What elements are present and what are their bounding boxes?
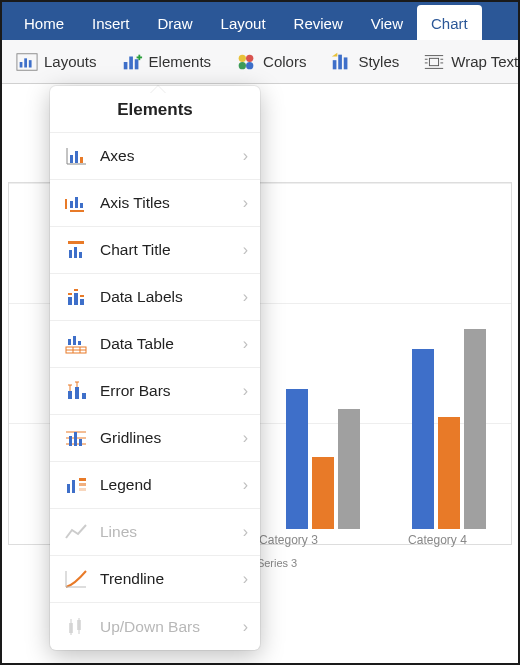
updown-bars-icon [64,617,88,637]
svg-rect-63 [67,484,70,493]
tab-review[interactable]: Review [280,5,357,40]
svg-rect-45 [78,341,81,345]
popover-title: Elements [50,86,260,133]
cluster-3 [278,389,368,529]
svg-rect-62 [79,439,82,446]
item-label: Trendline [100,570,164,588]
chart-toolbar: Layouts Elements Colors Styles Wrap Text [2,40,518,84]
svg-rect-30 [70,201,73,208]
svg-rect-2 [24,58,27,67]
svg-rect-25 [70,155,73,163]
svg-rect-33 [68,241,84,244]
chevron-right-icon: › [243,241,248,259]
elements-item-trendline[interactable]: Trendline › [50,556,260,603]
tab-chart[interactable]: Chart [417,5,482,40]
chevron-right-icon: › [243,382,248,400]
elements-item-axes[interactable]: Axes › [50,133,260,180]
chevron-right-icon: › [243,570,248,588]
wrap-text-button[interactable]: Wrap Text [413,45,518,79]
svg-rect-65 [79,478,86,481]
svg-point-9 [239,54,246,61]
elements-item-data-labels[interactable]: Data Labels › [50,274,260,321]
item-label: Error Bars [100,382,171,400]
svg-rect-6 [134,59,138,69]
tab-view[interactable]: View [357,5,417,40]
svg-point-10 [246,54,253,61]
bar-s2-c4 [438,417,460,529]
legend-icon [64,475,88,495]
cat-label-3: Category 3 [259,533,318,547]
svg-rect-38 [74,293,78,305]
bar-s1-c3 [286,389,308,529]
colors-button[interactable]: Colors [225,45,316,79]
chevron-right-icon: › [243,288,248,306]
svg-rect-1 [20,62,23,68]
svg-rect-16 [430,58,439,65]
tab-layout[interactable]: Layout [207,5,280,40]
elements-label: Elements [149,53,212,70]
svg-rect-40 [68,293,72,295]
bar-s2-c3 [312,457,334,529]
chevron-right-icon: › [243,194,248,212]
svg-rect-61 [74,432,77,446]
item-label: Data Table [100,335,174,353]
elements-item-error-bars[interactable]: Error Bars › [50,368,260,415]
elements-button[interactable]: Elements [111,45,222,79]
axes-icon [64,146,88,166]
bar-s1-c4 [412,349,434,529]
svg-rect-64 [72,480,75,493]
elements-item-legend[interactable]: Legend › [50,462,260,509]
chevron-right-icon: › [243,618,248,636]
svg-rect-29 [70,210,84,212]
svg-point-12 [246,62,253,69]
elements-item-data-table[interactable]: Data Table › [50,321,260,368]
wrap-text-icon [423,51,445,73]
item-label: Lines [100,523,137,541]
layouts-label: Layouts [44,53,97,70]
svg-rect-13 [333,60,337,69]
item-label: Data Labels [100,288,183,306]
svg-rect-36 [79,252,82,258]
layouts-button[interactable]: Layouts [6,45,107,79]
lines-icon [64,522,88,542]
chevron-right-icon: › [243,429,248,447]
tab-draw[interactable]: Draw [144,5,207,40]
cluster-4 [404,329,494,529]
chevron-right-icon: › [243,476,248,494]
data-labels-icon [64,287,88,307]
chevron-right-icon: › [243,147,248,165]
bar-s3-c3 [338,409,360,529]
svg-rect-31 [75,197,78,208]
elements-item-updown-bars: Up/Down Bars › [50,603,260,650]
tab-home[interactable]: Home [10,5,78,40]
svg-rect-27 [80,157,83,163]
svg-rect-51 [75,387,79,399]
item-label: Legend [100,476,152,494]
svg-rect-52 [82,393,86,399]
svg-rect-43 [68,339,71,345]
styles-button[interactable]: Styles [320,45,409,79]
chevron-right-icon: › [243,335,248,353]
svg-rect-4 [123,62,127,69]
wrap-text-label: Wrap Text [451,53,518,70]
svg-rect-50 [68,391,72,399]
elements-item-lines: Lines › [50,509,260,556]
svg-rect-67 [79,488,86,491]
elements-item-axis-titles[interactable]: Axis Titles › [50,180,260,227]
elements-popover: Elements Axes › Axis Titles › Chart Titl… [50,86,260,650]
svg-rect-34 [69,250,72,258]
layouts-icon [16,51,38,73]
elements-icon [121,51,143,73]
error-bars-icon [64,381,88,401]
chevron-right-icon: › [243,523,248,541]
elements-item-chart-title[interactable]: Chart Title › [50,227,260,274]
svg-rect-39 [80,299,84,305]
svg-rect-5 [129,56,133,69]
tab-insert[interactable]: Insert [78,5,144,40]
svg-point-11 [239,62,246,69]
elements-item-gridlines[interactable]: Gridlines › [50,415,260,462]
svg-rect-42 [80,295,84,297]
svg-rect-15 [344,57,348,69]
svg-rect-3 [29,60,32,67]
styles-icon [330,51,352,73]
